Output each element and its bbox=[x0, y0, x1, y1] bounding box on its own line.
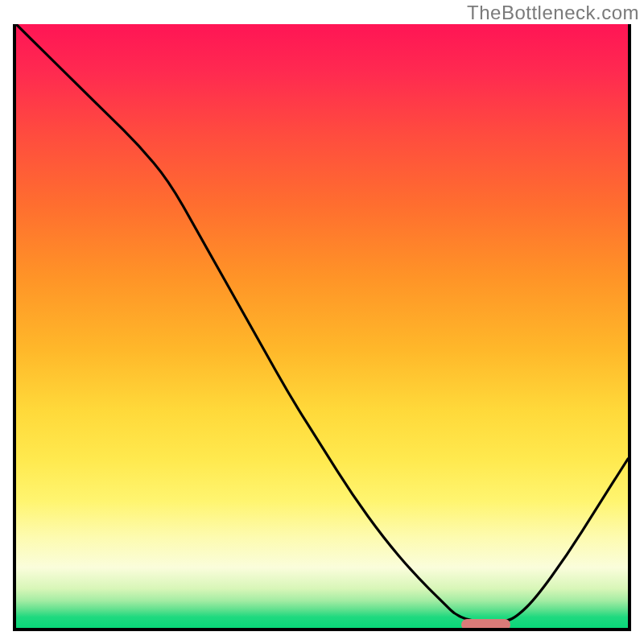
plot-area bbox=[13, 24, 631, 631]
optimal-range-marker bbox=[461, 619, 510, 630]
bottleneck-curve bbox=[16, 24, 628, 628]
chart-stage: TheBottleneck.com bbox=[0, 0, 644, 644]
curve-path bbox=[16, 24, 628, 622]
watermark-text: TheBottleneck.com bbox=[467, 2, 639, 24]
